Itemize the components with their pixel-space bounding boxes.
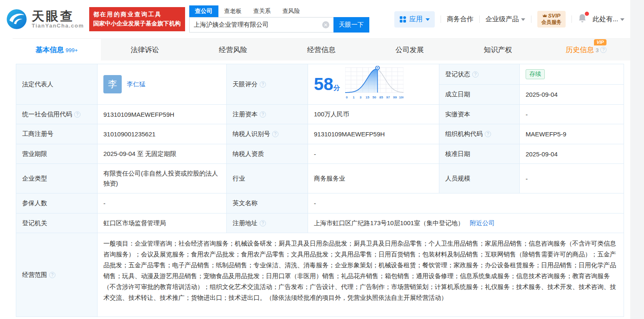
- field-value-reg-authority: 虹口区市场监督管理局: [98, 214, 227, 233]
- field-value-est-date: 2025-09-04: [520, 85, 624, 105]
- field-value-insured: -: [98, 193, 227, 214]
- search-input[interactable]: [194, 21, 322, 28]
- divider: [571, 15, 572, 23]
- svip-member-button[interactable]: SVIP 会员服务: [537, 11, 566, 28]
- help-icon[interactable]: ?: [74, 111, 80, 118]
- chevron-down-icon: [620, 18, 624, 21]
- section-tabbar: 基本信息 999+ 法律诉讼 经营风险 经营信息 公司发展 知识产权 VIP 历…: [13, 38, 630, 60]
- crown-icon: [542, 14, 547, 18]
- nearby-companies-link[interactable]: 附近公司: [470, 219, 495, 227]
- field-value-english-name: -: [308, 193, 624, 214]
- help-icon[interactable]: ?: [600, 47, 606, 53]
- svg-text:15: 15: [366, 95, 369, 99]
- svg-text:1: 1: [353, 95, 355, 99]
- tab-history-info[interactable]: VIP 历史信息 3 ?: [542, 39, 630, 60]
- apps-grid-icon: [399, 16, 406, 23]
- field-label-reg-capital: 注册资本?: [227, 105, 308, 124]
- field-value-reg-address: 上海市虹口区广纪路173号10层1001室（集中登记地） 附近公司: [308, 214, 624, 233]
- promo-banner: 都在用的商业查询工具 国家中小企业发展子基金旗下机构: [89, 7, 185, 31]
- field-label-reg-authority: 登记机关: [16, 214, 98, 233]
- field-label-taxpayer-id: 纳税人识别号?: [227, 124, 308, 144]
- enterprise-product-menu[interactable]: 企业级产品: [486, 15, 525, 24]
- divider: [531, 15, 531, 23]
- svg-text:85: 85: [379, 95, 383, 99]
- search-tab-boss[interactable]: 查老板: [218, 5, 248, 17]
- field-label-reg-status: 登记状态 ?: [439, 64, 520, 85]
- field-label-taxpayer-quality: 纳税人资质: [227, 144, 308, 164]
- field-label-approval-date: 核准日期: [439, 144, 520, 164]
- field-label-reg-address: 注册地址?: [227, 214, 308, 233]
- field-value-approval-date: 2025-09-04: [520, 144, 624, 164]
- tianyancha-logo-icon: [6, 8, 28, 30]
- field-label-industry: 行业: [227, 164, 308, 193]
- field-value-reg-capital: 100万人民币: [308, 105, 439, 124]
- user-menu[interactable]: 此处有...: [593, 15, 624, 24]
- svg-text:0: 0: [346, 95, 348, 99]
- field-label-uscc: 统一社会信用代码?: [16, 105, 98, 124]
- svg-text:100: 100: [399, 95, 403, 99]
- chevron-down-icon: [521, 18, 525, 21]
- field-value-paid-capital: -: [520, 105, 624, 124]
- field-value-score: 58分 0131550859799100: [308, 64, 439, 105]
- search-tab-risk[interactable]: 查风险: [277, 5, 306, 17]
- help-icon[interactable]: ?: [260, 81, 266, 88]
- search-tab-relation[interactable]: 查关系: [248, 5, 277, 17]
- field-label-business-term: 营业期限: [16, 144, 98, 164]
- svg-text:99: 99: [393, 95, 397, 99]
- promo-line1: 都在用的商业查询工具: [93, 11, 181, 18]
- help-icon[interactable]: ?: [472, 71, 479, 78]
- help-icon[interactable]: ?: [272, 131, 278, 137]
- field-value-taxpayer-id: 91310109MAEWEFP59H: [308, 124, 439, 144]
- promo-line2: 国家中小企业发展子基金旗下机构: [93, 20, 181, 28]
- field-label-english-name: 英文名称: [227, 193, 308, 214]
- field-label-reg-number: 工商注册号: [16, 124, 98, 144]
- help-icon[interactable]: ?: [49, 272, 55, 278]
- notifications-button[interactable]: [578, 13, 587, 25]
- svg-text:97: 97: [386, 95, 390, 99]
- field-label-org-code: 组织机构代码?: [439, 124, 520, 144]
- score-curve-svg: 0131550859799100: [345, 66, 403, 103]
- field-value-org-code: MAEWEFP5-9: [520, 124, 624, 144]
- field-value-business-scope: 一般项目：企业管理咨询；社会经济咨询服务；机械设备研发；厨具卫具及日用杂品批发；…: [98, 233, 624, 317]
- business-coop-link[interactable]: 商务合作: [447, 15, 474, 24]
- legal-rep-avatar[interactable]: 李: [103, 75, 122, 93]
- logo-subtitle: TianYanCha.com: [32, 23, 84, 29]
- field-label-insured: 参保人数: [16, 193, 98, 214]
- field-value-taxpayer-quality: -: [308, 144, 439, 164]
- svg-text:3: 3: [359, 95, 361, 99]
- search-tabs: 查公司 查老板 查关系 查风险: [189, 6, 369, 17]
- field-label-business-scope: 经营范围?: [16, 233, 98, 317]
- page: 天眼查 TianYanCha.com 都在用的商业查询工具 国家中小企业发展子基…: [0, 0, 630, 319]
- tab-company-development[interactable]: 公司发展: [366, 39, 454, 60]
- tab-legal-litigation[interactable]: 法律诉讼: [101, 39, 189, 60]
- tab-operating-info[interactable]: 经营信息: [277, 39, 366, 60]
- search-input-wrap: ✕: [189, 17, 333, 33]
- user-name: 此处有...: [593, 15, 618, 24]
- search-tab-company[interactable]: 查公司: [189, 5, 218, 17]
- search-button[interactable]: 天眼一下: [333, 17, 369, 33]
- tab-basic-info[interactable]: 基本信息 999+: [13, 39, 101, 60]
- logo-title: 天眼查: [32, 10, 84, 23]
- vip-badge: VIP: [594, 39, 606, 45]
- field-value-business-term: 2025-09-04 至 无固定期限: [98, 144, 227, 164]
- score-value: 58: [314, 74, 333, 94]
- help-icon[interactable]: ?: [260, 220, 266, 226]
- clear-search-icon[interactable]: ✕: [322, 21, 329, 28]
- notification-dot: [585, 12, 589, 16]
- svip-label: SVIP: [548, 13, 561, 19]
- header: 天眼查 TianYanCha.com 都在用的商业查询工具 国家中小企业发展子基…: [0, 0, 630, 38]
- tab-intellectual-property[interactable]: 知识产权: [454, 39, 542, 60]
- field-value-legal-rep: 李 李仁猛: [98, 64, 227, 105]
- svip-sublabel: 会员服务: [541, 19, 561, 26]
- field-value-industry: 商务服务业: [308, 164, 439, 193]
- apps-menu[interactable]: 应用: [394, 11, 435, 28]
- help-icon[interactable]: ?: [485, 131, 491, 137]
- legal-rep-link[interactable]: 李仁猛: [127, 80, 145, 88]
- field-value-company-type: 有限责任公司(非自然人投资或控股的法人独资): [98, 164, 227, 193]
- search-box: 查公司 查老板 查关系 查风险 ✕ 天眼一下: [189, 6, 369, 33]
- help-icon[interactable]: ?: [260, 111, 266, 118]
- apps-label: 应用: [409, 15, 423, 24]
- tianyancha-logo[interactable]: 天眼查 TianYanCha.com: [6, 8, 84, 30]
- tab-operating-risk[interactable]: 经营风险: [189, 39, 277, 60]
- field-value-uscc: 91310109MAEWEFP59H: [98, 105, 227, 124]
